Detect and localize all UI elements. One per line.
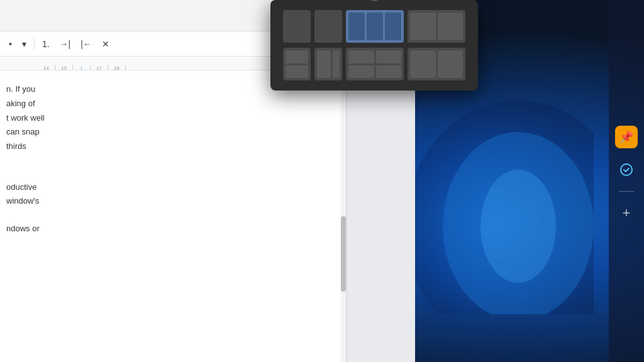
- ruler-15: 15: [55, 65, 73, 70]
- sticky-notes-icon[interactable]: 📌: [615, 126, 638, 148]
- snap-row-1: [280, 10, 468, 43]
- snap-cell-side-halves[interactable]: [408, 48, 465, 80]
- grid-sub-4: [376, 65, 402, 79]
- doc-page: n. If you aking of t work well can snap …: [0, 70, 346, 362]
- doc-text: n. If you aking of t work well can snap …: [6, 83, 321, 236]
- doc-line-5: thirds: [6, 140, 321, 153]
- indent-btn[interactable]: →|: [56, 36, 75, 52]
- small-sub: [333, 50, 340, 78]
- sidebar-divider: [619, 191, 634, 192]
- doc-line-6: oductive: [6, 181, 321, 194]
- ruler-18: 18: [108, 65, 126, 70]
- thirds-sub-1: [348, 13, 365, 40]
- snap-cell-grid[interactable]: [346, 48, 404, 80]
- scrollbar[interactable]: [341, 70, 346, 362]
- list-dropdown-btn[interactable]: ▾: [18, 36, 30, 52]
- doc-line-3: t work well: [6, 112, 321, 125]
- thirds-sub-2: [367, 13, 383, 40]
- snap-cell-half-left[interactable]: [283, 10, 311, 43]
- quarters-sub-2: [438, 13, 464, 40]
- stacked-sub-2: [286, 65, 308, 79]
- tasks-icon[interactable]: [615, 158, 638, 181]
- snap-icon: [367, 0, 382, 1]
- svg-point-2: [480, 170, 556, 283]
- right-sidebar: 📌 +: [609, 0, 644, 362]
- snap-cell-quarters[interactable]: [408, 10, 465, 43]
- ruler-17: 17: [91, 65, 108, 70]
- side-sub-1: [410, 50, 436, 78]
- doc-line-2: aking of: [6, 97, 321, 111]
- snap-cell-thirds[interactable]: [346, 10, 404, 43]
- quarters-sub-1: [410, 13, 436, 40]
- ruler-marks: 14 15 ↕ 17 18: [38, 57, 126, 70]
- doc-line-7: window's: [6, 195, 321, 208]
- snap-cell-stacked-half[interactable]: [283, 48, 311, 80]
- bullet-list-btn[interactable]: •: [5, 36, 16, 52]
- grid-sub-1: [348, 50, 374, 63]
- grid-sub-3: [348, 65, 374, 79]
- ruler-arrow: ↕: [73, 65, 91, 70]
- stacked-sub-1: [286, 50, 308, 63]
- outdent-btn[interactable]: |←: [77, 36, 96, 52]
- add-icon[interactable]: +: [615, 202, 638, 224]
- svg-point-7: [621, 164, 632, 175]
- side-sub-2: [438, 50, 464, 78]
- clear-format-btn[interactable]: ✕: [98, 36, 113, 52]
- snap-row-2: [280, 48, 468, 80]
- grid-sub-2: [376, 50, 402, 63]
- large-sub: [317, 50, 331, 78]
- doc-line-8: ndows or: [6, 222, 321, 236]
- snap-grid: [280, 10, 468, 80]
- toolbar-sep-1: [34, 38, 35, 50]
- thirds-sub-3: [385, 13, 401, 40]
- snap-cell-half-right[interactable]: [314, 10, 342, 43]
- snap-cell-large-small[interactable]: [314, 48, 342, 80]
- snap-popup: — □ ✕: [270, 0, 478, 90]
- ruler-14: 14: [38, 65, 55, 70]
- doc-line-4: can snap: [6, 126, 321, 139]
- scrollbar-thumb[interactable]: [341, 216, 346, 292]
- ordered-list-btn[interactable]: 1.: [38, 36, 53, 52]
- doc-content: n. If you aking of t work well can snap …: [0, 70, 415, 362]
